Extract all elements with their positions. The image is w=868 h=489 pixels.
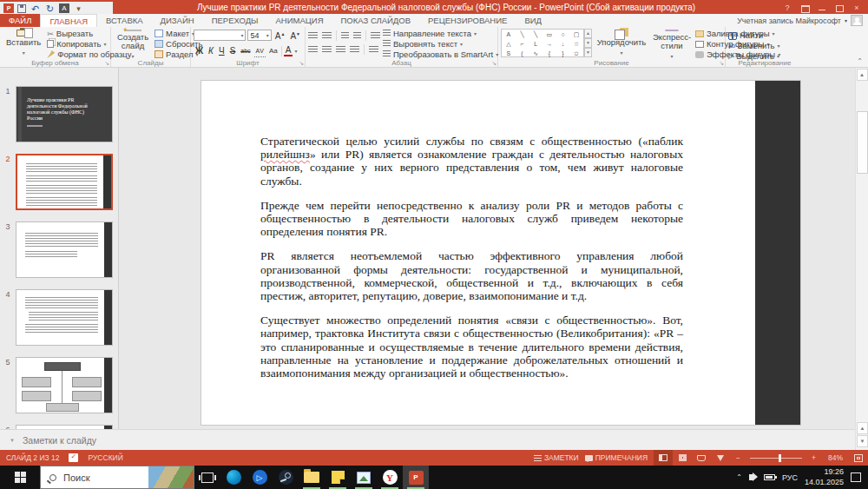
font-dialog-launcher-icon[interactable]: ↘ bbox=[299, 60, 304, 67]
undo-icon[interactable]: ↶ bbox=[30, 3, 41, 14]
slide-canvas[interactable]: Стратегической целью усилий службы по св… bbox=[201, 81, 800, 425]
tab-transitions[interactable]: ПЕРЕХОДЫ bbox=[203, 14, 267, 27]
scrollbar-thumb[interactable] bbox=[857, 111, 868, 174]
align-center-icon[interactable] bbox=[322, 46, 332, 54]
slide-thumbnail-4[interactable] bbox=[16, 289, 113, 346]
volume-icon[interactable] bbox=[749, 474, 753, 480]
tab-design[interactable]: ДИЗАЙН bbox=[152, 14, 203, 27]
slide-thumbnail-5[interactable] bbox=[16, 357, 113, 413]
zoom-level[interactable]: 84% bbox=[822, 450, 849, 466]
zoom-slider-thumb[interactable] bbox=[779, 454, 781, 462]
redo-icon[interactable]: ↻ bbox=[44, 3, 56, 14]
notes-pane[interactable]: ▾ Заметки к слайду bbox=[0, 429, 855, 450]
font-size-combobox[interactable]: 54▾ bbox=[247, 30, 271, 41]
slide-thumbnail-1[interactable]: Лучшие практики PR деятельности Федераль… bbox=[16, 86, 113, 142]
zoom-out-button[interactable]: − bbox=[730, 450, 746, 466]
save-icon[interactable] bbox=[17, 4, 26, 13]
taskbar-sticky-notes[interactable] bbox=[325, 466, 351, 489]
new-slide-button[interactable]: Создать слайд▾ bbox=[114, 29, 152, 58]
find-button[interactable]: Найти bbox=[728, 30, 780, 40]
minimize-button[interactable] bbox=[814, 2, 830, 14]
notes-toggle-button[interactable]: ЗАМЕТКИ bbox=[544, 450, 585, 466]
hidden-icons-chevron-icon[interactable]: ⌃ bbox=[736, 473, 742, 481]
spell-check-icon[interactable] bbox=[69, 453, 78, 462]
align-text-button[interactable]: Выровнять текст▾ bbox=[383, 39, 498, 49]
scroll-up-icon[interactable]: ▲ bbox=[857, 69, 868, 81]
previous-slide-button[interactable]: ▲ bbox=[857, 422, 868, 434]
tab-insert[interactable]: ВСТАВКА bbox=[97, 14, 152, 27]
bold-button[interactable]: Ж bbox=[194, 45, 205, 56]
tray-clock[interactable]: 19:26 14.01.2025 bbox=[805, 467, 844, 487]
normal-view-button[interactable] bbox=[654, 450, 673, 466]
tab-slideshow[interactable]: ПОКАЗ СЛАЙДОВ bbox=[332, 14, 419, 27]
start-button[interactable] bbox=[0, 466, 40, 489]
close-button[interactable]: × bbox=[849, 2, 865, 14]
character-spacing-button[interactable]: АV bbox=[254, 45, 266, 57]
columns-icon[interactable] bbox=[369, 46, 378, 54]
taskbar-photos[interactable] bbox=[351, 466, 377, 489]
slideshow-from-start-icon[interactable]: A bbox=[59, 3, 69, 13]
font-name-combobox[interactable]: ▾ bbox=[194, 30, 246, 41]
notes-resize-handle-icon[interactable]: ▾ bbox=[7, 437, 17, 444]
action-center-icon[interactable] bbox=[851, 472, 861, 482]
slide-body-text[interactable]: Стратегической целью усилий службы по св… bbox=[260, 135, 683, 391]
language-indicator[interactable]: РУССКИЙ bbox=[82, 450, 128, 466]
ribbon-display-options-button[interactable] bbox=[797, 2, 812, 14]
italic-button[interactable]: К bbox=[207, 45, 215, 56]
battery-icon[interactable] bbox=[764, 474, 775, 480]
qat-customize-icon[interactable]: ▾ bbox=[73, 3, 84, 14]
clipboard-dialog-launcher-icon[interactable]: ↘ bbox=[104, 60, 109, 67]
paragraph-dialog-launcher-icon[interactable]: ↘ bbox=[491, 60, 496, 67]
align-left-icon[interactable] bbox=[308, 46, 318, 54]
account-menu[interactable]: Учетная запись Майкрософт ▾ bbox=[737, 14, 868, 27]
tray-language[interactable]: РУС bbox=[782, 473, 798, 482]
justify-icon[interactable] bbox=[350, 46, 359, 54]
comments-toggle-button[interactable]: ПРИМЕЧАНИЯ bbox=[595, 450, 654, 466]
decrease-font-size-button[interactable]: А▼ bbox=[288, 29, 302, 42]
taskbar-edge[interactable] bbox=[220, 466, 247, 489]
fit-slide-to-window-icon[interactable] bbox=[854, 454, 863, 462]
main-scrollbar[interactable]: ▲ ▲ ▼ bbox=[855, 68, 868, 450]
numbering-icon[interactable] bbox=[322, 32, 332, 40]
taskbar-steam[interactable] bbox=[273, 466, 299, 489]
zoom-in-button[interactable]: + bbox=[806, 450, 822, 466]
slideshow-view-button[interactable] bbox=[711, 450, 730, 466]
align-right-icon[interactable] bbox=[336, 46, 345, 54]
text-direction-button[interactable]: Направление текста▾ bbox=[383, 29, 498, 38]
tab-animations[interactable]: АНИМАЦИЯ bbox=[267, 14, 332, 27]
tab-review[interactable]: РЕЦЕНЗИРОВАНИЕ bbox=[419, 14, 516, 27]
underline-button[interactable]: Ч bbox=[217, 45, 227, 56]
slide-thumbnail-3[interactable] bbox=[16, 221, 113, 278]
next-slide-button[interactable]: ▼ bbox=[857, 435, 868, 447]
increase-font-size-button[interactable]: А▲ bbox=[273, 29, 287, 42]
convert-smartart-button[interactable]: Преобразовать в SmartArt▾ bbox=[383, 50, 498, 59]
strikethrough-button[interactable]: S bbox=[228, 45, 238, 56]
tab-file[interactable]: ФАЙЛ bbox=[0, 14, 40, 27]
shapes-gallery[interactable]: A╲╲▭○▢ △⌐L→↓☆ S(∿{}✩ bbox=[501, 29, 584, 57]
replace-button[interactable]: abЗаменить▾ bbox=[728, 41, 780, 50]
tab-home[interactable]: ГЛАВНАЯ bbox=[40, 14, 97, 27]
zoom-slider[interactable] bbox=[750, 458, 802, 459]
reading-view-button[interactable] bbox=[692, 450, 711, 466]
drawing-dialog-launcher-icon[interactable]: ↘ bbox=[719, 60, 724, 67]
shapes-gallery-scroll[interactable]: ▲ ▼ ▼ bbox=[584, 29, 592, 57]
bullets-icon[interactable] bbox=[308, 32, 318, 40]
collapse-ribbon-icon[interactable]: ⌃ bbox=[857, 57, 863, 65]
arrange-button[interactable]: Упорядочить▾ bbox=[595, 29, 648, 58]
taskbar-search[interactable]: Поиск bbox=[40, 466, 194, 489]
decrease-indent-icon[interactable] bbox=[341, 32, 349, 40]
font-color-button[interactable]: А bbox=[284, 46, 293, 56]
tab-view[interactable]: ВИД bbox=[516, 14, 550, 27]
change-case-button[interactable]: Аа bbox=[267, 45, 279, 56]
quick-styles-button[interactable]: Экспресс-стили▾ bbox=[651, 29, 693, 58]
slide-sorter-view-button[interactable] bbox=[673, 450, 692, 466]
task-view-button[interactable] bbox=[194, 466, 220, 489]
line-spacing-icon[interactable] bbox=[371, 32, 380, 40]
help-button[interactable]: ? bbox=[779, 2, 795, 14]
slide-thumbnail-2[interactable] bbox=[16, 154, 113, 210]
taskbar-yandex-browser[interactable]: Y bbox=[377, 466, 403, 489]
text-shadow-button[interactable]: abc bbox=[239, 45, 252, 56]
paste-button[interactable]: Вставить▾ bbox=[3, 29, 44, 58]
taskbar-powerpoint[interactable]: P bbox=[403, 466, 429, 489]
restore-button[interactable] bbox=[832, 2, 847, 14]
